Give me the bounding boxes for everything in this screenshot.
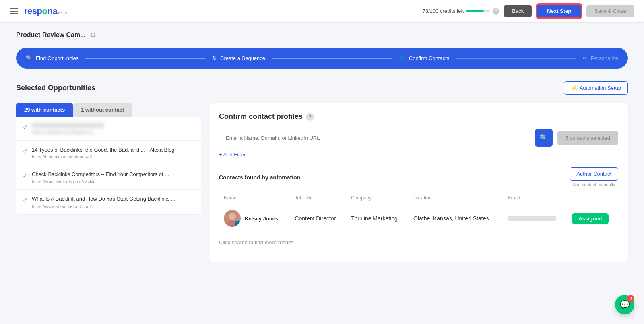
next-step-button[interactable]: Next Step [537,4,582,18]
step-personalize-label: Personalize [591,55,618,61]
contact-name: Kelsey Jones [245,216,278,222]
personalize-icon: ✏ [583,55,588,61]
step-find-opportunities[interactable]: 🔍 Find Opportunities [19,48,85,69]
opp-details: What Is A Backlink and How Do You Start … [32,195,175,208]
opp-url: https://blog.alexa.com/types-of... [32,154,175,159]
lightning-icon: ⚡ [571,85,577,91]
table-row[interactable]: in Kelsey Jones Content Director Thrulin… [219,204,618,233]
tab-without-contact-label: 1 without contact [81,107,124,113]
campaign-settings-button[interactable]: ⚙ [90,31,96,39]
step-create-sequence[interactable]: ↻ Create a Sequence [206,48,272,69]
opp-details: Check Backlinks Competitors – Find Your … [32,171,169,184]
contact-email [503,204,567,233]
opportunity-list: ✓ https://neilpatel.com/blog/link-b... ✓… [16,117,201,215]
section-title: Selected Opportunities [16,84,95,92]
step-confirm-contacts[interactable]: 👤 Confirm Contacts [392,48,456,69]
step-personalize[interactable]: ✏ Personalize [576,48,625,69]
tab-without-contact[interactable]: 1 without contact [73,103,132,117]
col-job-title: Job Title [290,192,346,204]
search-input[interactable] [219,131,530,145]
contacts-found-label: Contacts found by automation [219,174,300,181]
contacts-found-header: Contacts found by automation Author Cont… [219,167,618,187]
logo-beta: BETA [58,11,67,15]
col-name: Name [219,192,290,204]
avatar: in [224,210,241,227]
save-close-button[interactable]: Save & Close [586,5,634,17]
logo: respona BETA [24,6,67,17]
check-icon: ✓ [23,196,28,204]
opp-title: What Is A Backlink and How Do You Start … [32,195,175,203]
col-location: Location [409,192,503,204]
automation-setup-button[interactable]: ⚡ Automation Setup [564,81,628,95]
navbar-left: respona BETA [10,6,67,17]
opp-url: https://www.shoutmeloud.com/... [32,204,175,209]
credits-bar [466,10,490,12]
click-search-hint: Click search to find more results [219,233,618,252]
step-connector-2 [272,58,392,59]
col-company: Company [346,192,409,204]
credits-fill [466,10,484,12]
contact-location: Olathe, Kansas, United States [409,204,503,233]
author-contact-button[interactable]: Author Contact [570,167,618,181]
tabs: 29 with contacts 1 without contact [16,103,201,117]
list-item[interactable]: ✓ https://neilpatel.com/blog/link-b... [16,117,201,141]
status-badge: Assigned [572,213,609,224]
author-contact-area: Author Contact Add contact manually [570,167,618,187]
contacts-icon: 👤 [399,55,406,61]
section-header: Selected Opportunities ⚡ Automation Setu… [16,81,628,95]
step-contacts-label: Confirm Contacts [409,55,449,61]
credits-help-icon[interactable]: ? [493,8,499,15]
opp-title: Check Backlinks Competitors – Find Your … [32,171,169,178]
contact-name-cell: in Kelsey Jones [219,204,290,233]
check-icon: ✓ [23,172,28,179]
step-connector-3 [456,58,576,59]
tab-with-contacts-label: 29 with contacts [24,107,65,113]
left-panel: 29 with contacts 1 without contact ✓ htt… [16,103,201,262]
contact-status-cell: Assigned [567,204,618,233]
contacts-selected-button: 5 contacts selected [557,131,618,145]
add-filter-label: + Add Filter [219,152,246,158]
campaign-header: Product Review Cam... ⚙ [16,31,628,39]
list-item[interactable]: ✓ Check Backlinks Competitors – Find You… [16,165,201,190]
logo-text: respona [24,6,57,17]
opp-title: 14 Types of Backlinks: the Good, the Bad… [32,146,175,154]
contact-email-blurred [508,216,556,221]
navbar-right: 73/100 credits left ? Back Next Step Sav… [423,4,634,18]
search-icon: 🔍 [26,55,33,61]
contacts-table: Name Job Title Company Location Email [219,192,618,233]
hamburger-menu[interactable] [10,8,18,14]
opp-url: https://neilpatel.com/blog/link-b... [32,130,104,135]
right-panel: Confirm contact profiles ? 🔍 5 contacts … [209,103,628,262]
search-button[interactable]: 🔍 [535,129,553,147]
main-content: Product Review Cam... ⚙ 🔍 Find Opportuni… [0,23,644,270]
col-status [567,192,618,204]
tab-with-contacts[interactable]: 29 with contacts [16,103,73,117]
step-find-label: Find Opportunities [36,55,78,61]
opp-details: 14 Types of Backlinks: the Good, the Bad… [32,146,175,159]
contact-company: Thruline Marketing [346,204,409,233]
col-email: Email [503,192,567,204]
help-icon[interactable]: ? [306,113,314,121]
add-filter-button[interactable]: + Add Filter [219,152,618,158]
confirm-title: Confirm contact profiles [219,112,303,121]
svg-point-0 [229,213,236,220]
search-row: 🔍 5 contacts selected [219,129,618,147]
navbar: respona BETA 73/100 credits left ? Back … [0,0,644,23]
sequence-icon: ↻ [212,55,217,61]
step-sequence-label: Create a Sequence [220,55,265,61]
step-connector-1 [85,58,206,59]
credits-info: 73/100 credits left ? [423,8,500,15]
opp-url: https://smallseotools.com/backli... [32,179,169,184]
search-input-wrap [219,131,530,145]
campaign-title: Product Review Cam... [16,31,86,39]
content-area: 29 with contacts 1 without contact ✓ htt… [16,103,628,262]
back-button[interactable]: Back [504,5,532,17]
list-item[interactable]: ✓ What Is A Backlink and How Do You Star… [16,190,201,214]
add-contact-manually-label: Add contact manually [573,182,615,187]
linkedin-icon: in [235,221,241,227]
list-item[interactable]: ✓ 14 Types of Backlinks: the Good, the B… [16,141,201,165]
contacts-selected-label: 5 contacts selected [566,135,610,141]
confirm-header: Confirm contact profiles ? [219,112,618,121]
opp-details: https://neilpatel.com/blog/link-b... [32,123,104,135]
contact-job-title: Content Director [290,204,346,233]
